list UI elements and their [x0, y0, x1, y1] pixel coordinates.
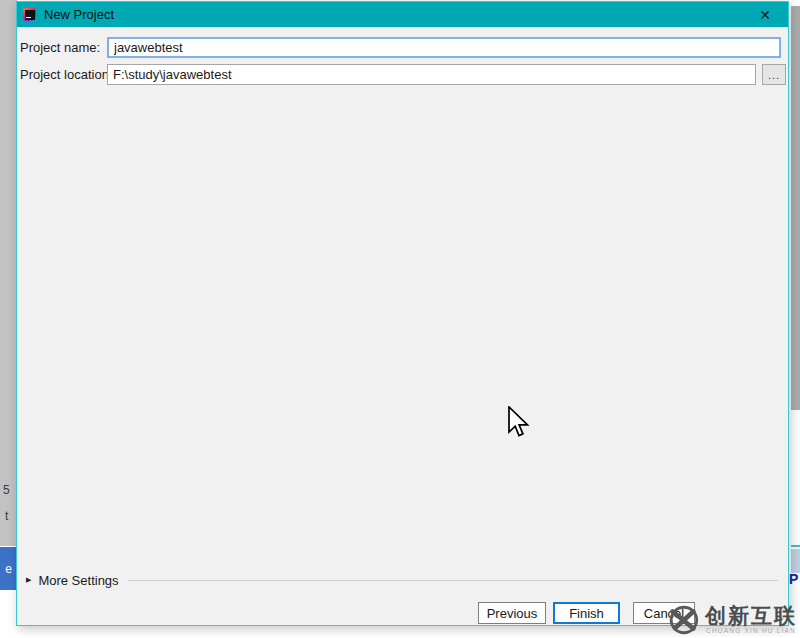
- dialog-body: Project name: Project location: ... ▶ Mo…: [17, 27, 788, 625]
- background-scrollbar: [791, 6, 800, 410]
- watermark: 创新互联 CHUANG XIN HU LIAN: [666, 603, 797, 637]
- browse-button[interactable]: ...: [762, 64, 786, 85]
- project-name-input[interactable]: [107, 37, 781, 58]
- background-text-fragment: 5: [3, 483, 10, 497]
- watermark-text: 创新互联 CHUANG XIN HU LIAN: [705, 605, 797, 635]
- more-settings-label: More Settings: [38, 573, 118, 588]
- new-project-dialog: New Project ✕ Project name: Project loca…: [16, 1, 789, 626]
- screen: 5 t e P [2019-09-20 03:17:07,328] Artifa…: [0, 0, 800, 638]
- more-settings-divider: [128, 580, 778, 581]
- background-text-fragment: e: [5, 562, 12, 576]
- watermark-subtext: CHUANG XIN HU LIAN: [705, 628, 797, 635]
- intellij-idea-icon-inner: [25, 10, 35, 20]
- background-selected-item: e: [0, 547, 17, 590]
- project-name-label: Project name:: [20, 40, 100, 55]
- more-settings-toggle[interactable]: ▶ More Settings: [26, 573, 778, 587]
- watermark-logo-icon: [666, 603, 700, 637]
- background-text-fragment: t: [5, 509, 8, 523]
- background-divider-fragment: [791, 545, 800, 547]
- mouse-cursor-icon: [506, 406, 530, 440]
- close-button[interactable]: ✕: [742, 2, 788, 27]
- intellij-idea-icon-bar: [26, 17, 31, 19]
- dialog-title: New Project: [44, 7, 114, 22]
- chevron-right-icon: ▶: [26, 576, 31, 584]
- background-left-panel: 5 t: [0, 0, 17, 546]
- close-icon: ✕: [759, 8, 771, 22]
- finish-button[interactable]: Finish: [553, 602, 620, 624]
- project-location-label: Project location:: [20, 67, 113, 82]
- previous-button[interactable]: Previous: [478, 602, 546, 624]
- background-text-fragment: P: [789, 571, 798, 587]
- project-location-input[interactable]: [107, 64, 756, 85]
- intellij-idea-icon: [23, 8, 36, 21]
- dialog-titlebar: New Project ✕: [17, 2, 788, 27]
- background-tab-fragment: [791, 549, 800, 573]
- watermark-brand: 创新互联: [705, 605, 797, 626]
